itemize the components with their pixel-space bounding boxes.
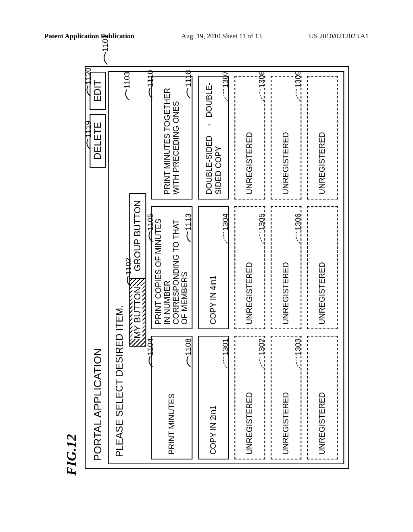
slot-unregistered-1306[interactable]: UNREGISTERED — [307, 206, 338, 330]
figure-label: FIG.12 — [64, 52, 79, 476]
header-center: Aug. 19, 2010 Sheet 11 of 13 — [181, 32, 262, 40]
slot-unregistered-1301[interactable]: UNREGISTERED — [235, 336, 265, 459]
my-button-tab[interactable]: MY BUTTON — [129, 278, 146, 347]
btn-copy-4in1[interactable]: COPY IN 4in1 — [198, 206, 229, 330]
slot-unregistered-1309[interactable]: UNREGISTERED — [307, 76, 338, 200]
figure-12: FIG.12 PORTAL APPLICATION DELETE EDIT PL… — [64, 52, 349, 480]
btn-print-minutes[interactable]: PRINT MINUTES — [151, 336, 192, 459]
btn-double-sided-copy[interactable]: DOUBLE-SIDED → DOUBLE-SIDED COPY — [198, 76, 229, 200]
slot-unregistered-1302[interactable]: UNREGISTERED — [271, 336, 302, 459]
edit-button[interactable]: EDIT — [90, 72, 106, 110]
button-grid: PRINT MINUTES PRINT COPIES OF MINUTES IN… — [151, 76, 338, 459]
arrow-icon: → — [204, 122, 214, 131]
delete-button[interactable]: DELETE — [90, 114, 106, 168]
btn-print-with-preceding[interactable]: PRINT MINUTES TOGETHER WITH PRECEDING ON… — [151, 76, 192, 200]
screen-panel-1101: PORTAL APPLICATION DELETE EDIT PLEASE SE… — [85, 66, 349, 469]
slot-unregistered-1303[interactable]: UNREGISTERED — [307, 336, 338, 459]
screen-title: PORTAL APPLICATION — [92, 172, 104, 461]
page-header: Patent Application Publication Aug. 19, … — [0, 0, 413, 40]
slot-unregistered-1308[interactable]: UNREGISTERED — [271, 76, 302, 200]
slot-unregistered-1305[interactable]: UNREGISTERED — [271, 206, 302, 330]
group-button-tab[interactable]: GROUP BUTTON — [129, 193, 146, 278]
header-right: US 2010/0212023 A1 — [309, 32, 369, 40]
slot-unregistered-1304[interactable]: UNREGISTERED — [235, 206, 265, 330]
header-left: Patent Application Publication — [44, 32, 134, 40]
slot-unregistered-1307[interactable]: UNREGISTERED — [235, 76, 265, 200]
btn-print-copies-members[interactable]: PRINT COPIES OF MINUTES IN NUMBER CORRES… — [151, 206, 192, 330]
content-panel: PLEASE SELECT DESIRED ITEM. MY BUTTON GR… — [108, 71, 344, 464]
instruction-text: PLEASE SELECT DESIRED ITEM. — [111, 76, 128, 459]
btn-copy-2in1[interactable]: COPY IN 2in1 — [198, 336, 229, 459]
